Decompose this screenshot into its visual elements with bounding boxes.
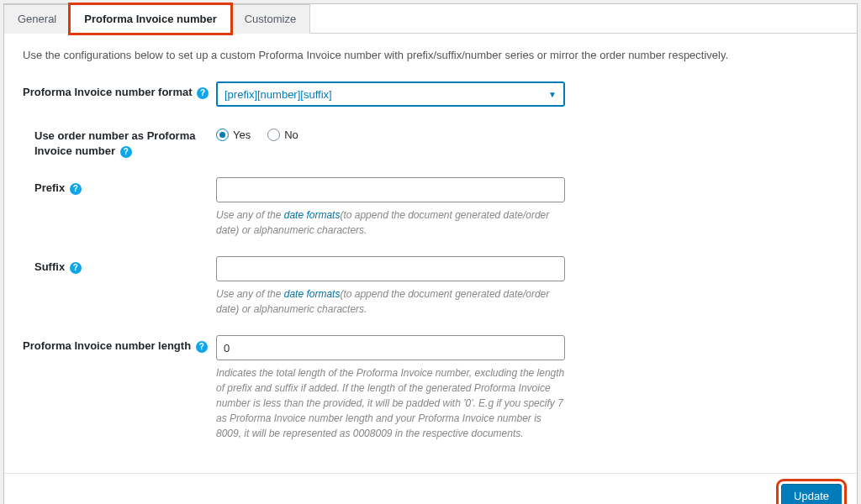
date-formats-link[interactable]: date formats: [284, 288, 341, 300]
tab-content: Use the configurations below to set up a…: [4, 34, 857, 504]
label-length: Proforma Invoice number length: [23, 335, 216, 354]
help-icon[interactable]: [197, 87, 209, 99]
use-order-radio-group: Yes No: [216, 125, 565, 141]
radio-yes[interactable]: Yes: [216, 129, 251, 141]
row-use-order: Use order number as Proforma Invoice num…: [23, 125, 838, 159]
label-prefix: Prefix: [23, 177, 216, 196]
settings-panel: General Proforma Invoice number Customiz…: [3, 3, 858, 504]
label-format: Proforma Invoice number format: [23, 81, 216, 100]
label-prefix-text: Prefix: [34, 181, 65, 194]
help-icon[interactable]: [120, 146, 132, 158]
update-button[interactable]: Update: [781, 484, 842, 504]
label-format-text: Proforma Invoice number format: [23, 86, 193, 98]
intro-text: Use the configurations below to set up a…: [23, 49, 838, 61]
tab-customize[interactable]: Customize: [230, 4, 310, 34]
label-suffix: Suffix: [23, 256, 216, 275]
row-length: Proforma Invoice number length Indicates…: [23, 335, 838, 441]
label-use-order: Use order number as Proforma Invoice num…: [23, 125, 216, 159]
footer-bar: Update: [4, 473, 857, 504]
format-select[interactable]: [prefix][number][suffix] ▼: [216, 81, 565, 107]
tab-general[interactable]: General: [4, 4, 71, 34]
row-suffix: Suffix Use any of the date formats(to ap…: [23, 256, 838, 317]
length-help: Indicates the total length of the Profor…: [216, 365, 565, 441]
label-use-order-text: Use order number as Proforma Invoice num…: [34, 129, 195, 157]
radio-yes-label: Yes: [233, 129, 251, 141]
label-length-text: Proforma Invoice number length: [23, 339, 191, 352]
date-formats-link[interactable]: date formats: [284, 209, 341, 221]
help-icon[interactable]: [70, 183, 82, 195]
radio-no[interactable]: No: [267, 129, 298, 141]
help-icon[interactable]: [196, 341, 208, 353]
length-input[interactable]: [216, 335, 565, 360]
radio-no-label: No: [284, 129, 298, 141]
prefix-help: Use any of the date formats(to append th…: [216, 207, 565, 238]
label-suffix-text: Suffix: [34, 260, 65, 273]
radio-dot-icon: [216, 129, 229, 141]
tab-bar: General Proforma Invoice number Customiz…: [4, 4, 857, 34]
prefix-input[interactable]: [216, 177, 565, 202]
row-prefix: Prefix Use any of the date formats(to ap…: [23, 177, 838, 238]
suffix-help: Use any of the date formats(to append th…: [216, 286, 565, 317]
chevron-down-icon: ▼: [548, 90, 557, 99]
row-format: Proforma Invoice number format [prefix][…: [23, 81, 838, 107]
suffix-input[interactable]: [216, 256, 565, 281]
radio-dot-icon: [267, 129, 280, 141]
help-icon[interactable]: [70, 262, 82, 274]
format-select-value: [prefix][number][suffix]: [224, 88, 332, 101]
tab-proforma-invoice-number[interactable]: Proforma Invoice number: [70, 4, 230, 34]
